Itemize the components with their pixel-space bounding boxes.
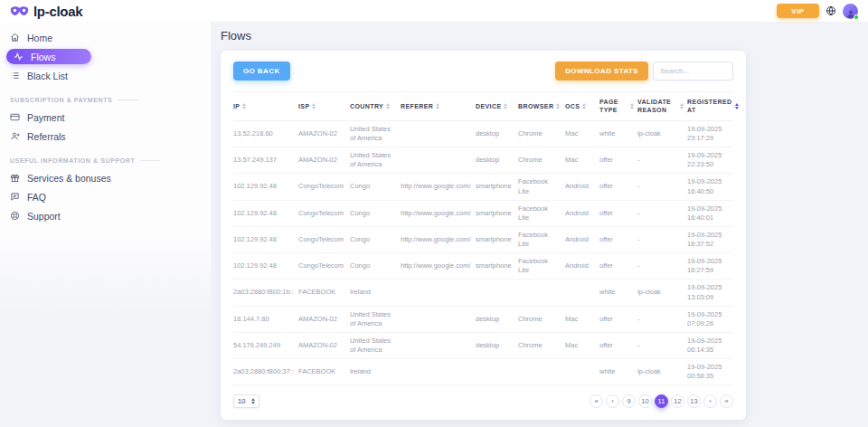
sidebar-item-services-bonuses[interactable]: Services & bonuses	[0, 168, 211, 187]
table-cell: http://www.google.com/	[401, 209, 476, 218]
sidebar-item-referrals[interactable]: Referrals	[0, 127, 211, 146]
page-button[interactable]: 13	[687, 394, 701, 408]
column-header-device[interactable]: DEVICE	[476, 102, 518, 110]
table-cell: white	[599, 288, 637, 297]
table-cell: Chrome	[518, 341, 565, 350]
table-cell: lp-cloak	[637, 288, 687, 297]
table-header-row: IPISPCOUNTRYREFERERDEVICEBROWSEROCSPAGE …	[233, 91, 733, 121]
table-cell: http://www.google.com/	[401, 261, 476, 270]
download-stats-button[interactable]: DOWNLOAD STATS	[555, 62, 648, 81]
sort-icon[interactable]	[436, 103, 439, 109]
go-back-button[interactable]: GO BACK	[233, 62, 290, 81]
sidebar-item-support[interactable]: Support	[0, 206, 211, 225]
search-input[interactable]	[653, 62, 733, 81]
table-cell: offer	[599, 315, 637, 324]
user-avatar[interactable]	[843, 4, 858, 19]
table-cell: smartphone	[476, 235, 518, 244]
table-cell: Congo	[350, 261, 401, 270]
sort-icon[interactable]	[556, 103, 560, 109]
sort-icon[interactable]	[680, 103, 684, 109]
column-label: REGISTERED AT	[687, 98, 732, 115]
table-cell: 19-09-2025 16:40:01	[687, 204, 733, 223]
sidebar-item-label: Support	[27, 211, 61, 222]
page-size-select[interactable]: 10	[233, 394, 259, 408]
column-label: IP	[233, 102, 240, 110]
sidebar-item-label: Services & bonuses	[27, 173, 111, 184]
table-cell: Facebook Lite	[518, 204, 565, 223]
column-header-registered-at[interactable]: REGISTERED AT	[687, 98, 742, 115]
table-cell: 13.57.249.137	[233, 156, 298, 165]
sort-icon[interactable]	[386, 103, 390, 109]
table-cell: -	[637, 209, 687, 218]
page-button[interactable]: ‹	[606, 394, 619, 408]
table-cell: Mac	[565, 341, 599, 350]
table-cell: CongoTelecom	[298, 209, 350, 218]
column-header-validate-reason[interactable]: VALIDATE REASON	[637, 98, 687, 115]
home-icon	[10, 33, 20, 43]
sort-icon[interactable]	[735, 103, 739, 109]
table-cell: United States of America	[350, 337, 401, 355]
column-header-browser[interactable]: BROWSER	[518, 102, 565, 110]
referrals-icon	[10, 131, 20, 141]
table-cell: Mac	[565, 156, 599, 165]
sidebar-item-label: FAQ	[27, 192, 46, 203]
sidebar-item-payment[interactable]: Payment	[0, 108, 211, 127]
sidebar-section-subscription: Subscription & payments	[10, 97, 200, 103]
sidebar-item-black-list[interactable]: Black List	[0, 66, 211, 85]
table-cell: AMAZON-02	[298, 156, 350, 165]
sidebar-item-home[interactable]: Home	[0, 28, 211, 47]
table-cell: United States of America	[350, 310, 401, 328]
stepper-icon	[251, 398, 255, 404]
sort-icon[interactable]	[582, 103, 586, 109]
table-cell: 19-09-2025 23:17:29	[687, 125, 733, 143]
table-row: 54.176.249.249AMAZON-02United States of …	[233, 333, 733, 359]
table-cell: Android	[565, 209, 599, 218]
column-header-ocs[interactable]: OCS	[565, 102, 599, 110]
page-button[interactable]: 9	[622, 394, 636, 408]
page-button[interactable]: »	[720, 394, 733, 408]
table-cell: lp-cloak	[637, 367, 687, 376]
sidebar-item-flows[interactable]: Flows	[6, 49, 91, 64]
table-cell: Congo	[350, 209, 401, 218]
table-row: 18.144.7.80AMAZON-02United States of Ame…	[233, 307, 733, 333]
column-header-isp[interactable]: ISP	[298, 102, 350, 110]
column-header-referer[interactable]: REFERER	[401, 102, 476, 110]
sort-icon[interactable]	[312, 103, 316, 109]
page-button[interactable]: «	[590, 394, 603, 408]
table-cell: 19-09-2025 00:58:35	[687, 363, 733, 381]
page-button[interactable]: 12	[671, 394, 684, 408]
table-cell: offer	[599, 156, 637, 165]
sort-icon[interactable]	[242, 103, 246, 109]
table-cell: 18.144.7.80	[233, 315, 298, 324]
brand-name: lp-cloak	[33, 4, 82, 19]
column-header-country[interactable]: COUNTRY	[350, 102, 401, 110]
column-label: ISP	[298, 102, 309, 110]
table-row: 2a03:2880:f800:37::FACEBOOKIrelandwhitel…	[233, 359, 733, 385]
sidebar-item-label: Home	[27, 33, 52, 43]
table-cell: desktop	[476, 315, 518, 324]
page-button[interactable]: 10	[638, 394, 652, 408]
language-globe-icon[interactable]	[826, 5, 836, 16]
table-cell: lp-cloak	[637, 129, 687, 138]
page-button-active[interactable]: 11	[655, 394, 668, 408]
table-cell: 102.129.92.48	[233, 261, 298, 270]
sidebar-item-faq[interactable]: FAQ	[0, 187, 211, 206]
table-row: 13.52.218.60AMAZON-02United States of Am…	[233, 121, 733, 147]
page-button[interactable]: ›	[703, 394, 717, 408]
table-cell: smartphone	[476, 182, 518, 191]
sidebar-section-support: Useful information & support	[10, 157, 200, 164]
column-header-page-type[interactable]: PAGE TYPE	[599, 98, 637, 115]
app-logo[interactable]: lp-cloak	[10, 4, 82, 19]
column-header-ip[interactable]: IP	[233, 102, 298, 110]
table-cell: 19-09-2025 06:14:35	[687, 337, 733, 355]
table-cell: AMAZON-02	[298, 315, 350, 324]
sort-icon[interactable]	[630, 103, 634, 109]
table-cell: CongoTelecom	[298, 235, 350, 244]
vip-button[interactable]: VIP	[777, 4, 819, 18]
table-cell: smartphone	[476, 261, 518, 270]
column-label: OCS	[565, 102, 580, 110]
column-label: DEVICE	[476, 102, 501, 110]
card-toolbar: GO BACK DOWNLOAD STATS	[233, 62, 733, 81]
sort-icon[interactable]	[504, 103, 507, 109]
sidebar-item-label: Payment	[27, 112, 64, 123]
